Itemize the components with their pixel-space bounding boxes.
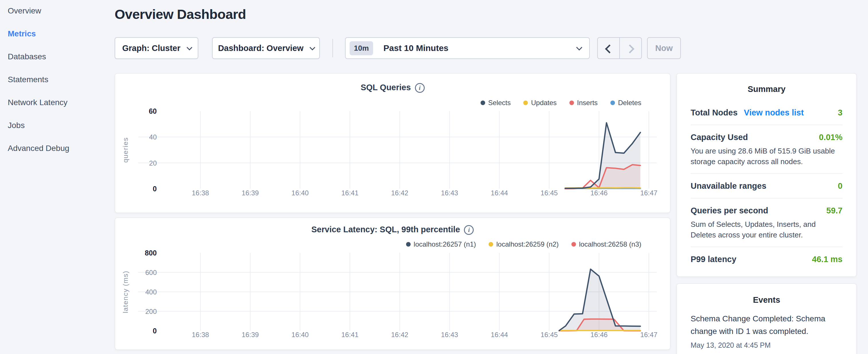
x-tick-label: 16:40: [291, 331, 309, 339]
summary-title: Summary: [691, 74, 842, 95]
x-tick-label: 16:39: [242, 189, 259, 197]
y-tick-label: 20: [149, 159, 157, 167]
summary-label: Total Nodes: [691, 107, 738, 118]
sql-queries-plot[interactable]: 020406016:3816:3916:4016:4116:4216:4316:…: [115, 74, 671, 214]
sidebar-item-databases[interactable]: Databases: [8, 52, 115, 62]
summary-value: 0: [838, 181, 842, 191]
y-tick-label: 40: [149, 133, 157, 141]
service-latency-plot[interactable]: 020040060080016:3816:3916:4016:4116:4216…: [115, 218, 671, 351]
sidebar-item-overview[interactable]: Overview: [8, 6, 115, 16]
chevron-down-icon: [309, 45, 315, 51]
view-nodes-list-link[interactable]: View nodes list: [744, 108, 804, 118]
chevron-right-icon: [625, 44, 634, 53]
chevron-left-icon: [605, 44, 614, 53]
x-tick-label: 16:41: [341, 331, 359, 339]
y-tick-label: 0: [153, 327, 157, 335]
controls-row: Graph: Cluster Dashboard: Overview 10m P…: [115, 37, 681, 59]
x-tick-label: 16:47: [640, 331, 657, 339]
y-tick-label: 200: [145, 308, 157, 315]
summary-row-unavailable-ranges: Unavailable ranges0: [691, 174, 842, 198]
summary-label: Capacity Used: [691, 131, 748, 143]
x-tick-label: 16:43: [441, 331, 458, 339]
time-range-dropdown[interactable]: 10m Past 10 Minutes: [345, 37, 590, 59]
x-tick-label: 16:42: [391, 331, 408, 339]
x-tick-label: 16:43: [441, 189, 458, 197]
summary-value: 59.7: [827, 206, 842, 215]
dashboard-label: Dashboard: Overview: [218, 43, 304, 53]
sidebar-item-metrics[interactable]: Metrics: [8, 29, 115, 39]
x-tick-label: 16:44: [491, 189, 508, 197]
y-tick-label: 60: [149, 107, 157, 115]
x-tick-label: 16:38: [192, 331, 209, 339]
summary-value: 0.01%: [819, 133, 842, 142]
time-pager: [597, 37, 642, 59]
time-back-button[interactable]: [598, 38, 620, 58]
summary-description: Sum of Selects, Updates, Inserts, and De…: [691, 219, 842, 240]
x-tick-label: 16:42: [391, 189, 408, 197]
summary-row-total-nodes: Total NodesView nodes list3: [691, 100, 842, 125]
summary-value: 46.1 ms: [812, 255, 842, 264]
summary-value: 3: [838, 108, 842, 118]
event-text: Schema Change Completed: Schema change w…: [691, 313, 842, 338]
service-latency-chart-card: Service Latency: SQL, 99th percentile lo…: [115, 217, 671, 350]
events-list: Schema Change Completed: Schema change w…: [691, 313, 842, 349]
dashboard-dropdown[interactable]: Dashboard: Overview: [212, 37, 320, 59]
summary-row-capacity-used: Capacity Used0.01%You are using 28.6 MiB…: [691, 125, 842, 173]
x-tick-label: 16:45: [540, 189, 558, 197]
chevron-down-icon: [576, 44, 582, 51]
y-tick-label: 800: [145, 249, 157, 257]
y-tick-label: 400: [145, 288, 157, 296]
x-tick-label: 16:46: [590, 331, 608, 339]
chevron-down-icon: [187, 45, 192, 51]
summary-rows: Total NodesView nodes list3Capacity Used…: [691, 100, 842, 271]
db-console-metrics-page: { "header": { "title": "Overview Dashboa…: [0, 0, 868, 354]
y-axis-label: queries: [122, 137, 129, 163]
page-title: Overview Dashboard: [115, 6, 246, 22]
graph-scope-label: Graph: Cluster: [122, 43, 180, 53]
event-item[interactable]: Schema Change Completed: Schema change w…: [691, 313, 842, 349]
event-timestamp: May 13, 2020 at 4:45 PM: [691, 341, 842, 349]
events-panel: Events Schema Change Completed: Schema c…: [676, 283, 857, 354]
x-tick-label: 16:40: [291, 189, 309, 197]
summary-description: You are using 28.6 MiB of 515.9 GiB usab…: [691, 146, 842, 167]
summary-label: Queries per second: [691, 205, 768, 216]
summary-panel: Summary Total NodesView nodes list3Capac…: [676, 73, 857, 277]
x-tick-label: 16:47: [640, 189, 657, 197]
x-tick-label: 16:45: [540, 331, 558, 339]
sidebar-item-jobs[interactable]: Jobs: [8, 120, 115, 131]
sidebar-item-advanced-debug[interactable]: Advanced Debug: [8, 143, 115, 154]
sidebar: OverviewMetricsDatabasesStatementsNetwor…: [0, 0, 115, 354]
sidebar-item-statements[interactable]: Statements: [8, 74, 115, 85]
graph-scope-dropdown[interactable]: Graph: Cluster: [115, 37, 198, 59]
y-axis-label: latency (ms): [122, 271, 129, 313]
summary-label: Unavailable ranges: [691, 180, 766, 192]
x-tick-label: 16:46: [590, 189, 608, 197]
x-tick-label: 16:44: [491, 331, 508, 339]
summary-label: P99 latency: [691, 254, 737, 265]
summary-row-queries-per-second: Queries per second59.7Sum of Selects, Up…: [691, 198, 842, 247]
events-title: Events: [691, 284, 842, 305]
x-tick-label: 16:38: [192, 189, 209, 197]
controls-divider: [333, 39, 333, 57]
now-button[interactable]: Now: [647, 37, 681, 59]
summary-row-p99-latency: P99 latency46.1 ms: [691, 247, 842, 271]
sidebar-item-network-latency[interactable]: Network Latency: [8, 97, 115, 108]
y-tick-label: 0: [153, 185, 157, 193]
x-tick-label: 16:39: [242, 331, 259, 339]
time-forward-button[interactable]: [620, 38, 641, 58]
y-tick-label: 600: [145, 269, 157, 277]
x-tick-label: 16:41: [341, 189, 359, 197]
time-range-badge: 10m: [350, 41, 373, 55]
time-range-label: Past 10 Minutes: [383, 43, 448, 53]
sql-queries-chart-card: SQL Queries SelectsUpdatesInsertsDeletes…: [115, 73, 671, 213]
